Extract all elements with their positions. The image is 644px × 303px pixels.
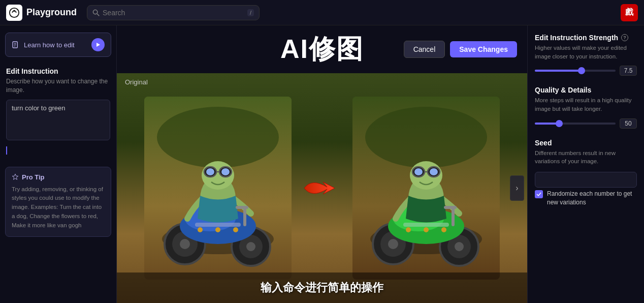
pro-tip-text: Try adding, removing, or thinking of sty… [12, 185, 105, 230]
svg-rect-47 [403, 223, 449, 227]
search-input[interactable] [103, 9, 244, 17]
topbar: Playground / 戲 [0, 0, 644, 25]
svg-marker-8 [96, 43, 100, 47]
frog-original [144, 97, 292, 280]
book-icon [12, 41, 20, 49]
svg-point-27 [221, 168, 230, 175]
page-title: AI修图 [280, 32, 364, 67]
search-shortcut: / [247, 9, 254, 16]
svg-point-15 [180, 239, 190, 249]
seed-title: Seed [535, 139, 552, 147]
strength-slider-row: 7.5 [535, 66, 637, 76]
text-cursor [6, 146, 7, 155]
left-sidebar: Learn how to edit Edit Instruction Descr… [0, 25, 117, 303]
svg-point-1 [13, 10, 15, 12]
frog-edited [352, 97, 500, 280]
strength-section: Edit Instruction Strength ? Higher value… [535, 34, 637, 76]
svg-point-0 [10, 8, 19, 17]
learn-play-button[interactable] [91, 38, 105, 51]
direction-arrow [302, 173, 342, 203]
seed-input[interactable] [535, 172, 637, 188]
strength-slider-track[interactable] [535, 70, 616, 72]
quality-slider-fill [535, 123, 559, 125]
app-title: Playground [26, 7, 77, 18]
arrow-svg [302, 173, 342, 203]
center-header: AI修图 Cancel Save Changes [117, 25, 527, 73]
quality-title: Quality & Details [535, 86, 591, 94]
quality-desc: More steps will result in a high quality… [535, 96, 637, 113]
randomize-row: Randomize each number to get new variati… [535, 190, 637, 207]
strength-value: 7.5 [620, 66, 637, 76]
search-icon [92, 9, 100, 16]
pro-tip-box: Pro Tip Try adding, removing, or thinkin… [5, 167, 111, 237]
cancel-button[interactable]: Cancel [404, 41, 445, 58]
save-button[interactable]: Save Changes [450, 41, 517, 57]
frog-scene: Original [117, 73, 527, 303]
edit-instruction-section: Edit Instruction Describe how you want t… [0, 62, 116, 160]
strength-slider-fill [535, 70, 582, 72]
svg-point-18 [246, 242, 255, 251]
logo-icon [6, 5, 22, 21]
frog-svg-original [144, 97, 292, 280]
quality-value: 50 [620, 118, 637, 129]
svg-point-53 [430, 168, 438, 175]
svg-point-32 [215, 227, 220, 232]
seed-desc: Different numbers result in new variatio… [535, 149, 637, 166]
avatar[interactable]: 戲 [621, 4, 638, 21]
svg-point-37 [365, 107, 487, 168]
seed-section: Seed Different numbers result in new var… [535, 139, 637, 207]
learn-how-label: Learn how to edit [24, 41, 75, 49]
learn-how-button[interactable]: Learn how to edit [5, 33, 111, 57]
svg-point-58 [424, 227, 429, 232]
center-content: AI修图 Cancel Save Changes Original [117, 25, 527, 303]
header-buttons: Cancel Save Changes [404, 41, 517, 58]
quality-slider-row: 50 [535, 118, 637, 129]
main-layout: Learn how to edit Edit Instruction Descr… [0, 25, 644, 303]
svg-point-11 [157, 107, 279, 168]
star-icon [12, 173, 19, 180]
svg-point-57 [406, 227, 411, 232]
svg-point-33 [233, 227, 238, 232]
svg-rect-61 [444, 206, 457, 209]
svg-point-2 [93, 10, 97, 14]
logo: Playground [6, 5, 77, 21]
quality-slider-track[interactable] [535, 123, 616, 125]
edit-instruction-input[interactable] [6, 100, 110, 140]
svg-rect-21 [195, 223, 241, 227]
strength-info-icon[interactable]: ? [621, 34, 628, 41]
subtitle-overlay: 输入命令进行简单的操作 [117, 272, 527, 303]
quality-slider-thumb[interactable] [556, 120, 563, 127]
svg-rect-35 [236, 206, 248, 209]
subtitle-text: 输入命令进行简单的操作 [261, 280, 383, 295]
svg-point-26 [206, 168, 214, 175]
strength-desc: Higher values will make your edited imag… [535, 44, 637, 60]
play-icon [95, 42, 101, 47]
strength-slider-thumb[interactable] [578, 67, 585, 74]
frog-pair [117, 73, 527, 303]
svg-point-59 [441, 227, 446, 232]
edit-instruction-title: Edit Instruction [6, 67, 110, 75]
quality-section: Quality & Details More steps will result… [535, 86, 637, 128]
right-sidebar: Edit Instruction Strength ? Higher value… [527, 25, 644, 303]
randomize-label: Randomize each number to get new variati… [547, 190, 637, 207]
svg-line-3 [97, 14, 99, 16]
svg-point-52 [414, 168, 423, 175]
pro-tip-title-text: Pro Tip [22, 173, 45, 181]
svg-point-44 [455, 242, 464, 251]
frog-svg-edited [352, 97, 500, 280]
checkmark-icon [536, 192, 541, 197]
next-arrow-button[interactable]: › [510, 175, 524, 201]
image-area: Original [117, 73, 527, 303]
edit-instruction-desc: Describe how you want to change the imag… [6, 77, 110, 95]
svg-point-31 [198, 227, 203, 232]
randomize-checkbox[interactable] [535, 190, 543, 198]
svg-point-41 [388, 239, 398, 249]
strength-title: Edit Instruction Strength [535, 34, 618, 42]
svg-marker-9 [12, 174, 18, 179]
search-bar[interactable]: / [87, 5, 260, 20]
